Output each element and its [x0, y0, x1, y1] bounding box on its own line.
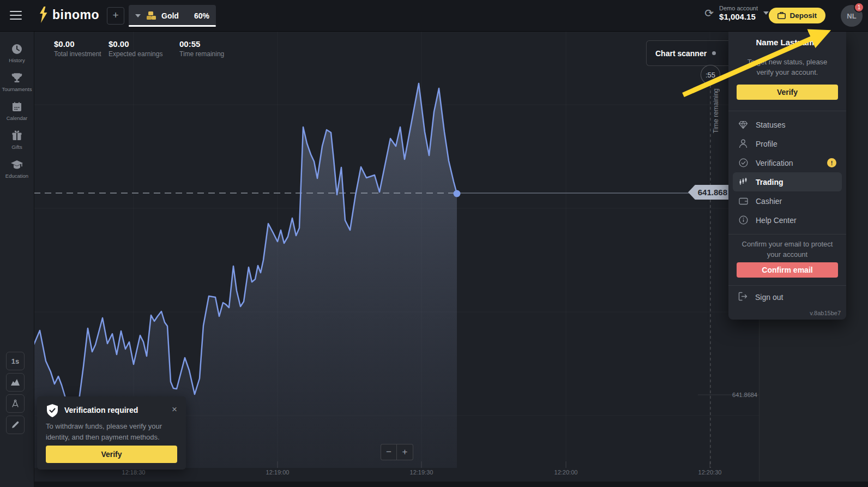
toast-verify-button[interactable]: Verify	[46, 446, 177, 463]
confirm-email-button[interactable]: Confirm email	[737, 262, 838, 278]
gem-icon	[738, 120, 748, 130]
menu-item-trading[interactable]: Trading	[733, 172, 842, 191]
toast-body: To withdraw funds, please verify your id…	[46, 421, 179, 443]
time-remaining-axis-label: Time remaining	[712, 88, 720, 133]
sidebar-item-education[interactable]: Education	[0, 154, 34, 183]
sign-out-button[interactable]: Sign out	[738, 292, 783, 303]
x-axis-ticks	[134, 461, 710, 468]
binomo-logo: binomo	[38, 7, 99, 23]
zoom-in-button[interactable]: +	[397, 444, 413, 460]
chevron-down-icon[interactable]	[763, 11, 769, 15]
stat-time-remaining: 00:55 Time remaining	[179, 39, 224, 58]
toast-title: Verification required	[64, 406, 138, 414]
wallet-icon	[777, 12, 786, 19]
account-balance: $1,004.15	[719, 12, 758, 21]
account-switcher[interactable]: ⟳ Demo account $1,004.15	[704, 5, 769, 21]
drafting-compass-icon	[11, 399, 20, 408]
info-circle-icon	[738, 215, 748, 225]
sign-out-icon	[738, 292, 748, 303]
left-sidebar: History Tournaments Calendar Gifts	[0, 31, 34, 487]
trophy-icon	[11, 72, 23, 84]
add-asset-button[interactable]: +	[107, 7, 124, 25]
sidebar-item-tournaments[interactable]: Tournaments	[0, 68, 34, 97]
binomo-app: $0.00 Total investment $0.00 Expected ea…	[0, 0, 868, 487]
chart-scanner-label: Chart scanner	[655, 49, 707, 58]
chevron-down-icon[interactable]	[135, 14, 141, 17]
sidebar-item-history[interactable]: History	[0, 39, 34, 68]
menu-hamburger-icon[interactable]	[10, 11, 22, 20]
active-tab-underline	[129, 25, 216, 27]
lightning-bolt-icon	[38, 7, 49, 23]
scanner-status-dot	[712, 51, 716, 55]
graduation-cap-icon	[10, 159, 23, 171]
candlestick-chart-icon	[738, 177, 748, 187]
refresh-icon[interactable]: ⟳	[704, 8, 714, 19]
user-menu-panel: Name Lastname To get new status, please …	[728, 31, 846, 320]
zoom-out-button[interactable]: −	[381, 444, 397, 460]
user-name: Name Lastname	[728, 38, 846, 47]
menu-item-statuses[interactable]: Statuses	[733, 115, 842, 134]
stat-label: Time remaining	[179, 50, 224, 58]
menu-item-verification[interactable]: Verification !	[733, 153, 842, 172]
app-version: v.8ab15be7	[810, 310, 841, 316]
check-circle-icon	[738, 158, 748, 168]
logo-text: binomo	[52, 8, 99, 22]
calendar-icon	[11, 101, 23, 113]
divider	[728, 285, 846, 286]
menu-item-label: Statuses	[756, 121, 785, 129]
close-icon[interactable]: ×	[172, 404, 177, 415]
sign-out-label: Sign out	[755, 293, 783, 302]
x-tick-label: 12:20:30	[692, 469, 727, 476]
area-chart-icon	[10, 378, 20, 386]
sidebar-item-label: Tournaments	[2, 86, 32, 92]
menu-item-label: Help Center	[756, 216, 797, 225]
chart-type-button[interactable]	[6, 373, 25, 392]
sidebar-item-label: Gifts	[11, 144, 22, 150]
top-bar: binomo + Gold 60% ⟳ Demo account $1,004.…	[0, 0, 868, 32]
account-type-label: Demo account	[719, 5, 758, 11]
person-icon	[738, 139, 748, 149]
menu-item-profile[interactable]: Profile	[733, 134, 842, 153]
indicators-button[interactable]	[6, 394, 25, 413]
deposit-label: Deposit	[789, 11, 817, 20]
gift-icon	[11, 130, 23, 142]
x-tick-label: 12:18:30	[116, 469, 151, 476]
bottom-strip	[0, 482, 868, 487]
current-price-tag: 641.868	[688, 185, 732, 200]
menu-item-help-center[interactable]: Help Center	[733, 211, 842, 230]
menu-item-label: Verification	[756, 159, 793, 167]
verification-toast: Verification required × To withdraw fund…	[37, 396, 186, 470]
menu-item-label: Cashier	[756, 197, 782, 206]
price-line	[34, 83, 457, 416]
divider	[728, 234, 846, 235]
shield-check-icon	[46, 404, 59, 418]
notification-badge: 1	[854, 2, 864, 13]
menu-item-label: Profile	[756, 140, 777, 148]
stat-label: Total investment	[54, 50, 101, 58]
menu-item-cashier[interactable]: Cashier	[733, 191, 842, 211]
history-clock-icon	[11, 43, 23, 55]
x-tick-label: 12:20:00	[548, 469, 583, 476]
stat-total-investment: $0.00 Total investment	[54, 39, 101, 58]
panel-verify-button[interactable]: Verify	[737, 85, 838, 100]
chart-zoom-controls: − +	[381, 444, 413, 460]
verification-alert-badge: !	[827, 158, 836, 167]
stat-label: Expected earnings	[108, 50, 162, 58]
interval-button[interactable]: 1s	[6, 352, 25, 370]
menu-item-label: Trading	[756, 178, 783, 187]
asset-payout: 60%	[194, 11, 209, 20]
chart-scanner-popup[interactable]: Chart scanner	[646, 40, 733, 66]
drawing-button[interactable]	[6, 416, 25, 434]
deposit-button[interactable]: Deposit	[769, 8, 825, 23]
sidebar-item-label: History	[9, 57, 25, 63]
sidebar-item-gifts[interactable]: Gifts	[0, 125, 34, 154]
stat-value: $0.00	[108, 39, 162, 49]
divider	[728, 111, 846, 111]
right-axis-price: 641.8684	[717, 392, 757, 398]
sidebar-item-label: Education	[5, 173, 28, 179]
stat-expected-earnings: $0.00 Expected earnings	[108, 39, 162, 58]
sidebar-item-calendar[interactable]: Calendar	[0, 97, 34, 125]
asset-tab-gold[interactable]: Gold 60%	[129, 5, 216, 26]
gold-bars-icon	[146, 11, 156, 21]
countdown-badge: :55	[701, 65, 720, 85]
